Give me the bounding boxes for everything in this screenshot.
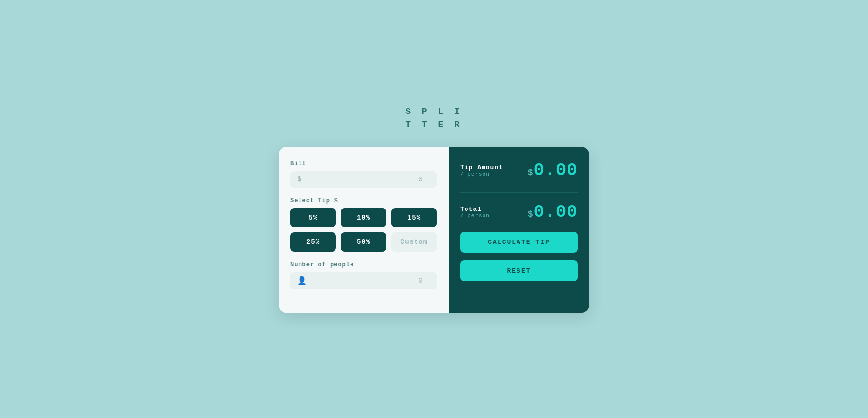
total-row: Total / person $ 0.00: [460, 202, 578, 222]
total-label: Total: [460, 206, 490, 213]
tip-btn-custom[interactable]: Custom: [391, 232, 437, 252]
total-per-person: / person: [460, 213, 490, 219]
title-line1: S P L I: [405, 105, 463, 118]
bill-input[interactable]: [306, 176, 430, 184]
tip-per-person: / person: [460, 171, 503, 177]
tip-amount-number: 0.00: [534, 161, 578, 180]
total-amount-number: 0.00: [534, 202, 578, 222]
bill-label: Bill: [290, 161, 437, 167]
total-value: $ 0.00: [528, 202, 578, 222]
tip-btn-10[interactable]: 10%: [341, 208, 386, 227]
tip-amount-section: Tip Amount / person $ 0.00: [460, 161, 578, 182]
person-icon: 👤: [297, 276, 307, 286]
divider: [460, 192, 578, 193]
title-line2: T T E R: [405, 118, 463, 131]
right-panel: Tip Amount / person $ 0.00 Total / perso…: [449, 147, 589, 313]
tip-btn-50[interactable]: 50%: [341, 232, 386, 252]
calculate-tip-button[interactable]: CALCULATE TIP: [460, 232, 578, 253]
tip-amount-labels: Tip Amount / person: [460, 164, 503, 177]
tip-amount-row: Tip Amount / person $ 0.00: [460, 161, 578, 180]
tip-label: Select Tip %: [290, 197, 437, 204]
tip-btn-25[interactable]: 25%: [290, 232, 336, 252]
total-dollar-sign: $: [528, 209, 533, 219]
reset-button[interactable]: RESET: [460, 260, 578, 281]
tip-btn-5[interactable]: 5%: [290, 208, 336, 227]
tip-dollar-sign: $: [528, 168, 533, 177]
app-title: S P L I T T E R: [405, 105, 463, 131]
left-panel: Bill $ Select Tip % 5% 10% 15% 25% 50% C…: [279, 147, 449, 313]
total-section: Total / person $ 0.00: [460, 202, 578, 224]
tip-amount-value: $ 0.00: [528, 161, 578, 180]
people-input-wrapper: 👤: [290, 272, 437, 289]
total-labels: Total / person: [460, 206, 490, 219]
bill-input-wrapper: $: [290, 171, 437, 188]
bill-dollar-prefix: $: [297, 175, 302, 184]
people-input[interactable]: [311, 277, 430, 285]
calculator-card: Bill $ Select Tip % 5% 10% 15% 25% 50% C…: [279, 147, 589, 313]
tip-amount-label: Tip Amount: [460, 164, 503, 171]
people-label: Number of people: [290, 261, 437, 268]
tip-btn-15[interactable]: 15%: [391, 208, 437, 227]
tip-grid: 5% 10% 15% 25% 50% Custom: [290, 208, 437, 252]
